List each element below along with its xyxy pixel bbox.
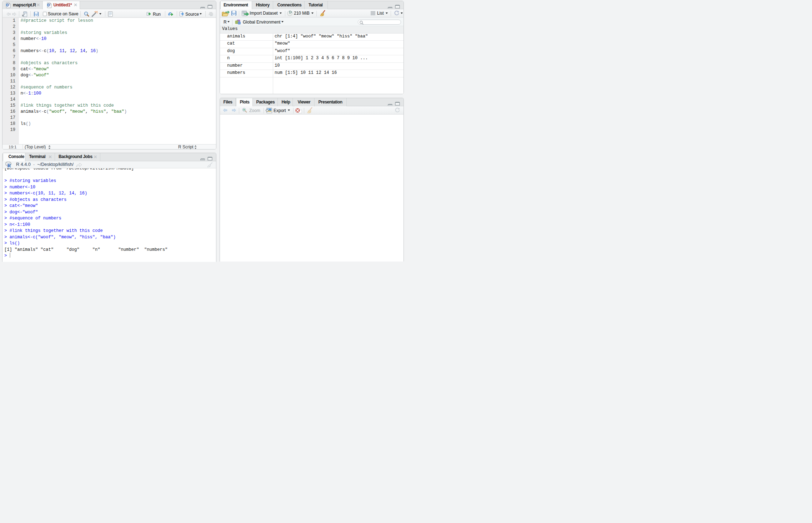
svg-text:R: R <box>47 4 50 7</box>
svg-text:R: R <box>7 163 11 168</box>
svg-text:R: R <box>6 4 9 7</box>
